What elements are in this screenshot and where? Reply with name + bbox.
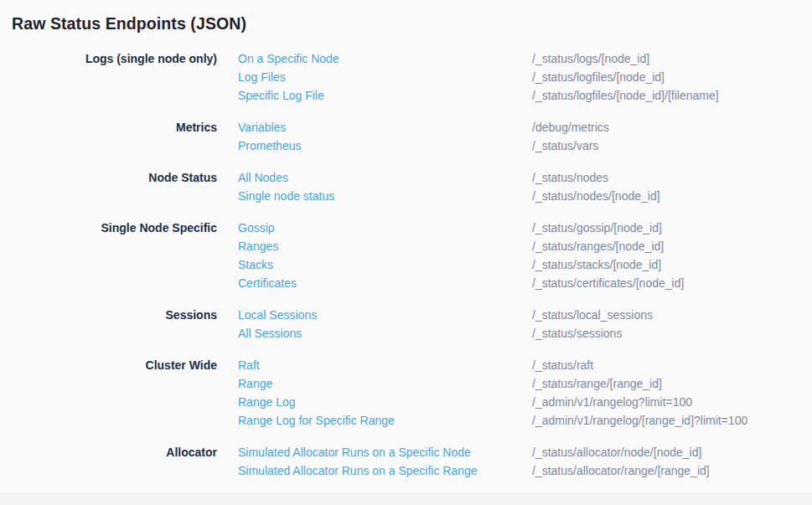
endpoint-link[interactable]: Ranges xyxy=(238,237,278,255)
endpoint-path: /_status/sessions xyxy=(532,324,812,343)
endpoint-path: /_status/certificates/[node_id] xyxy=(532,274,812,292)
endpoint-group: Cluster WideRaftRangeRange LogRange Log … xyxy=(0,356,812,430)
endpoint-paths: /debug/metrics/_status/vars xyxy=(532,118,812,155)
endpoint-path: /_status/logs/[node_id] xyxy=(532,49,812,68)
endpoint-links: On a Specific NodeLog FilesSpecific Log … xyxy=(238,49,532,105)
endpoint-link[interactable]: Stacks xyxy=(238,255,273,274)
endpoint-group: Node StatusAll NodesSingle node status/_… xyxy=(0,168,812,205)
endpoint-group: Logs (single node only)On a Specific Nod… xyxy=(0,49,812,105)
endpoint-paths: /_status/local_sessions/_status/sessions xyxy=(532,306,812,343)
endpoint-link[interactable]: Simulated Allocator Runs on a Specific N… xyxy=(238,443,471,461)
endpoint-link[interactable]: Range xyxy=(238,374,272,393)
endpoint-link[interactable]: Specific Log File xyxy=(238,86,324,105)
endpoint-paths: /_status/gossip/[node_id]/_status/ranges… xyxy=(532,219,812,292)
category-label: Node Status xyxy=(0,168,238,187)
endpoint-path: /_status/gossip/[node_id] xyxy=(532,219,812,237)
endpoint-links: Simulated Allocator Runs on a Specific N… xyxy=(238,443,532,480)
endpoint-link[interactable]: Prometheus xyxy=(238,137,301,155)
endpoint-path: /_admin/v1/rangelog?limit=100 xyxy=(532,393,812,411)
endpoint-path: /_status/local_sessions xyxy=(532,306,812,324)
endpoint-link[interactable]: Single node status xyxy=(238,187,334,205)
endpoint-path: /_status/logfiles/[node_id] xyxy=(532,68,812,86)
endpoint-link[interactable]: Log Files xyxy=(238,68,286,86)
endpoint-link[interactable]: Range Log for Specific Range xyxy=(238,411,395,430)
category-label: Allocator xyxy=(0,443,238,461)
endpoint-path: /_status/allocator/node/[node_id] xyxy=(532,443,812,461)
endpoint-group: MetricsVariablesPrometheus/debug/metrics… xyxy=(0,118,812,155)
endpoint-link[interactable]: Raft xyxy=(238,356,260,374)
endpoint-group: AllocatorSimulated Allocator Runs on a S… xyxy=(0,443,812,480)
endpoint-link[interactable]: All Sessions xyxy=(238,324,302,343)
endpoint-links: GossipRangesStacksCertificates xyxy=(238,219,532,292)
endpoint-links: VariablesPrometheus xyxy=(238,118,532,155)
category-label: Sessions xyxy=(0,306,238,324)
endpoint-group: SessionsLocal SessionsAll Sessions/_stat… xyxy=(0,306,812,343)
endpoint-link[interactable]: Variables xyxy=(238,118,286,137)
page-title: Raw Status Endpoints (JSON) xyxy=(0,0,812,34)
endpoint-path: /_status/raft xyxy=(532,356,812,374)
endpoint-paths: /_status/raft/_status/range/[range_id]/_… xyxy=(532,356,812,430)
endpoint-link[interactable]: Local Sessions xyxy=(238,306,317,324)
endpoint-link[interactable]: Certificates xyxy=(238,274,297,292)
endpoint-links: RaftRangeRange LogRange Log for Specific… xyxy=(238,356,532,430)
endpoint-path: /_status/allocator/range/[range_id] xyxy=(532,461,812,480)
category-label: Metrics xyxy=(0,118,238,137)
category-label: Single Node Specific xyxy=(0,219,238,237)
endpoint-path: /_status/vars xyxy=(532,137,812,155)
endpoint-path: /_status/stacks/[node_id] xyxy=(532,255,812,274)
endpoint-link[interactable]: Range Log xyxy=(238,393,296,411)
endpoint-path: /_status/nodes/[node_id] xyxy=(532,187,812,205)
endpoint-path: /_status/ranges/[node_id] xyxy=(532,237,812,255)
endpoint-path: /_admin/v1/rangelog/[range_id]?limit=100 xyxy=(532,411,812,430)
endpoint-link[interactable]: Gossip xyxy=(238,219,275,237)
endpoint-paths: /_status/allocator/node/[node_id]/_statu… xyxy=(532,443,812,480)
endpoint-path: /_status/range/[range_id] xyxy=(532,374,812,393)
endpoint-groups: Logs (single node only)On a Specific Nod… xyxy=(0,49,812,480)
endpoint-link[interactable]: All Nodes xyxy=(238,168,288,187)
category-label: Logs (single node only) xyxy=(0,49,238,68)
footer-band xyxy=(0,493,812,505)
endpoint-paths: /_status/logs/[node_id]/_status/logfiles… xyxy=(532,49,812,105)
endpoint-link[interactable]: Simulated Allocator Runs on a Specific R… xyxy=(238,461,478,480)
endpoint-group: Single Node SpecificGossipRangesStacksCe… xyxy=(0,219,812,292)
endpoint-path: /_status/nodes xyxy=(532,168,812,187)
endpoint-links: Local SessionsAll Sessions xyxy=(238,306,532,343)
endpoint-path: /_status/logfiles/[node_id]/[filename] xyxy=(532,86,812,105)
category-label: Cluster Wide xyxy=(0,356,238,374)
endpoint-path: /debug/metrics xyxy=(532,118,812,137)
endpoint-links: All NodesSingle node status xyxy=(238,168,532,205)
endpoint-link[interactable]: On a Specific Node xyxy=(238,49,339,68)
endpoint-paths: /_status/nodes/_status/nodes/[node_id] xyxy=(532,168,812,205)
